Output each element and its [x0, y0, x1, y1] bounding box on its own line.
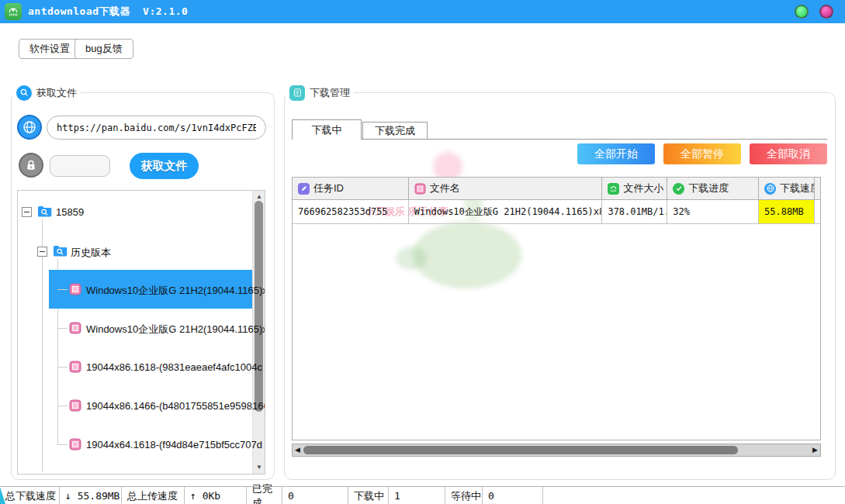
- folder-search-icon: [53, 245, 68, 257]
- column-label: 下载速度: [780, 181, 815, 195]
- tree-item-folder[interactable]: 历史版本: [71, 246, 111, 260]
- close-button[interactable]: [819, 5, 833, 19]
- tree-item-root[interactable]: 15859: [56, 206, 84, 218]
- status-downloading-value: 1: [389, 487, 445, 504]
- ant-icon: [608, 183, 619, 195]
- status-completed-value: 0: [282, 487, 348, 504]
- search-icon: [16, 85, 32, 101]
- column-header-progress[interactable]: 下载进度: [667, 178, 759, 199]
- cell-spacer: [815, 200, 820, 223]
- status-total-download-label: 总下载速度: [0, 487, 60, 504]
- folder-search-icon: [37, 205, 52, 217]
- column-header-spacer: [815, 178, 820, 199]
- file-icon: [414, 183, 426, 195]
- column-header-filename[interactable]: 文件名: [409, 178, 603, 199]
- globe-icon: [17, 115, 42, 140]
- cell-filename: Windows10企业版G 21H2(19044.1165)x86.W: [409, 200, 603, 223]
- status-waiting-label: 等待中: [445, 487, 483, 504]
- table-hscrollbar-track[interactable]: ◀ ▶: [292, 444, 821, 457]
- share-url-input[interactable]: [47, 116, 266, 140]
- column-header-speed[interactable]: 下载速度: [759, 178, 815, 199]
- column-label: 下载进度: [688, 181, 729, 195]
- tree-item-file[interactable]: 19044x64.1618-(f94d84e715bf5cc707d: [86, 439, 262, 450]
- tree-item-file[interactable]: 19044x86.1466-(b4801755851e9598166: [86, 400, 265, 412]
- cancel-all-button[interactable]: 全部取消: [750, 143, 827, 164]
- file-tree: 15859 历史版本 Windows10企业版G 21H2(19044.1165…: [17, 190, 265, 475]
- scroll-up-arrow-icon[interactable]: ▲: [255, 193, 264, 200]
- status-downloading-label: 下载中: [348, 487, 389, 504]
- pause-all-button[interactable]: 全部暂停: [663, 143, 741, 164]
- file-icon: [69, 322, 81, 334]
- clipboard-icon: [289, 85, 305, 101]
- check-icon: [673, 183, 684, 195]
- scroll-right-arrow-icon[interactable]: ▶: [812, 446, 818, 454]
- app-logo-icon: [5, 3, 22, 20]
- window-title: antdownload下载器V:2.1.0: [28, 0, 188, 23]
- tree-connector-line: [57, 367, 68, 368]
- status-bar: 总下载速度 ↓ 55.89MB 总上传速度 ↑ 0Kb 已完成 0 下载中 1 …: [0, 486, 845, 504]
- tab-strip-divider: [292, 139, 827, 140]
- start-all-button[interactable]: 全部开始: [577, 143, 655, 164]
- download-row[interactable]: 766962582353d755 Windows10企业版G 21H2(1904…: [293, 200, 820, 224]
- cell-speed: 55.88MB: [759, 200, 815, 223]
- fetch-file-legend: 获取文件: [12, 85, 81, 101]
- tree-expander-folder[interactable]: [37, 247, 47, 257]
- file-icon: [69, 283, 81, 295]
- tree-item-file[interactable]: 19044x86.1618-(9831eaeaef4afc1004c: [86, 361, 262, 373]
- titlebar: antdownload下载器V:2.1.0: [0, 0, 845, 23]
- status-spacer: [543, 487, 845, 504]
- column-label: 任务ID: [313, 181, 344, 195]
- tree-connector-line: [57, 289, 68, 290]
- column-header-filesize[interactable]: 文件大小: [602, 178, 667, 199]
- table-header-row: 任务ID 文件名 文件大小 下载进度 下载速度: [293, 178, 820, 200]
- globe-icon: [764, 183, 776, 195]
- tree-item-file[interactable]: Windows10企业版G 21H2(19044.1165)x: [86, 323, 265, 337]
- settings-button[interactable]: 软件设置: [19, 39, 81, 59]
- status-completed-label: 已完成: [247, 487, 282, 504]
- tree-connector-line: [57, 444, 68, 445]
- file-icon: [69, 361, 81, 373]
- cell-progress: 32%: [667, 200, 759, 223]
- tab-downloading[interactable]: 下载中: [292, 119, 362, 140]
- download-manager-legend: 下载管理: [286, 85, 354, 101]
- tree-expander-root[interactable]: [22, 207, 32, 217]
- table-hscrollbar-thumb[interactable]: [303, 446, 738, 454]
- tab-completed[interactable]: 下载完成: [362, 122, 428, 140]
- bug-feedback-button[interactable]: bug反馈: [74, 39, 133, 59]
- tree-item-file[interactable]: Windows10企业版G 21H2(19044.1165)x: [86, 284, 265, 298]
- file-icon: [69, 438, 81, 450]
- column-label: 文件大小: [623, 181, 663, 195]
- cell-filesize: 378.01MB/1.14: [602, 200, 667, 223]
- tree-connector-line: [57, 328, 68, 329]
- cell-task-id: 766962582353d755: [293, 200, 409, 223]
- extraction-code-input[interactable]: [50, 155, 110, 177]
- download-manager-legend-label: 下载管理: [310, 86, 350, 100]
- column-label: 文件名: [430, 181, 460, 195]
- app-version: V:2.1.0: [143, 5, 188, 17]
- tree-connector-line: [57, 406, 68, 406]
- status-total-upload-label: 总上传速度: [122, 487, 185, 504]
- tree-scrollbar-thumb[interactable]: [255, 201, 263, 412]
- status-waiting-value: 0: [483, 487, 543, 504]
- status-total-download-value: ↓ 55.89MB: [60, 487, 122, 504]
- fetch-file-legend-label: 获取文件: [36, 86, 77, 100]
- scroll-left-arrow-icon[interactable]: ◀: [295, 446, 300, 454]
- download-table: 任务ID 文件名 文件大小 下载进度 下载速度: [292, 177, 821, 440]
- status-total-upload-value: ↑ 0Kb: [185, 487, 247, 504]
- lock-icon: [19, 153, 43, 178]
- column-header-task-id[interactable]: 任务ID: [293, 178, 409, 199]
- minimize-button[interactable]: [795, 5, 809, 19]
- scroll-down-arrow-icon[interactable]: ▼: [255, 464, 264, 471]
- app-name: antdownload下载器: [28, 5, 130, 17]
- edit-icon: [298, 183, 310, 195]
- file-icon: [69, 399, 81, 412]
- fetch-file-button[interactable]: 获取文件: [130, 153, 199, 179]
